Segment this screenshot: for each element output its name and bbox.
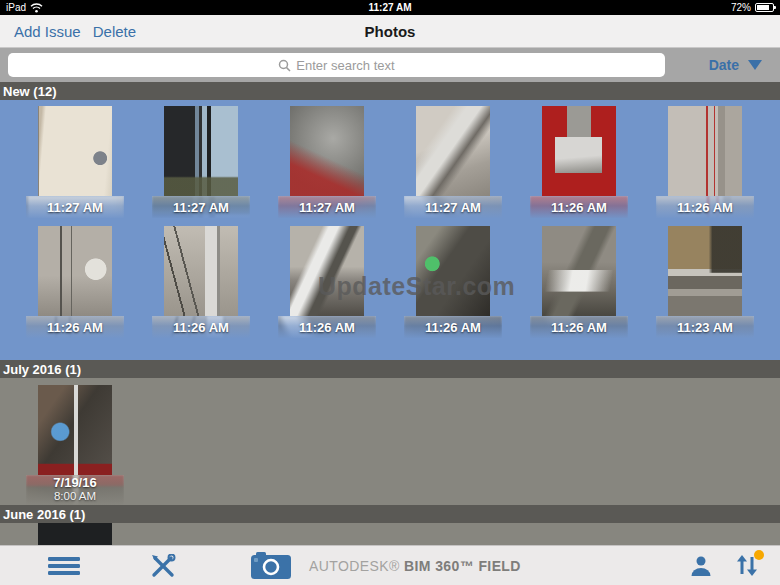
section-june-photos	[0, 523, 780, 545]
photo-time: 11:26 AM	[404, 316, 502, 338]
photo-reflection: 11:27 AM	[26, 196, 124, 218]
menu-button[interactable]	[48, 556, 80, 576]
photo-cell: 11:26 AM	[164, 226, 238, 338]
photo-reflection: 11:27 AM	[404, 196, 502, 218]
search-icon	[278, 59, 291, 72]
photo-thumbnail[interactable]	[38, 226, 112, 316]
chevron-down-icon	[748, 60, 762, 70]
photo-time: 11:27 AM	[404, 196, 502, 218]
photo-time: 11:26 AM	[26, 316, 124, 338]
search-input[interactable]: Enter search text	[8, 53, 665, 77]
app-screen: iPad 11:27 AM 72% Photos Add Issue Delet…	[0, 0, 780, 585]
person-icon	[690, 555, 712, 577]
photo-thumbnail[interactable]	[542, 106, 616, 196]
photo-time: 11:26 AM	[152, 316, 250, 338]
status-time: 11:27 AM	[0, 2, 780, 13]
photo-reflection: 11:26 AM	[152, 316, 250, 338]
photo-row: 11:27 AM 11:27 AM 11:27 AM 11:27 AM	[0, 106, 780, 218]
camera-icon	[251, 552, 291, 579]
photo-cell: 11:26 AM	[416, 226, 490, 338]
photo-thumbnail[interactable]	[290, 106, 364, 196]
photo-time: 11:26 AM	[530, 316, 628, 338]
photo-time: 11:26 AM	[278, 316, 376, 338]
photo-time: 11:26 AM	[656, 196, 754, 218]
photo-reflection: 11:26 AM	[530, 196, 628, 218]
photo-reflection: 11:26 AM	[530, 316, 628, 338]
brand-text: AUTODESK® BIM 360™ FIELD	[309, 558, 521, 574]
photo-time: 11:23 AM	[656, 316, 754, 338]
camera-button[interactable]	[251, 552, 291, 579]
photo-thumbnail[interactable]	[38, 385, 112, 475]
sort-label: Date	[709, 57, 739, 73]
photo-thumbnail[interactable]	[416, 106, 490, 196]
photo-reflection: 11:27 AM	[152, 196, 250, 218]
photo-time: 11:26 AM	[530, 196, 628, 218]
photo-thumbnail[interactable]	[668, 226, 742, 316]
photo-thumbnail[interactable]	[164, 106, 238, 196]
photo-cell: 11:26 AM	[38, 226, 112, 338]
section-july-photos: 7/19/16 8:00 AM	[0, 378, 780, 505]
photo-cell: 7/19/16 8:00 AM	[38, 385, 112, 505]
search-placeholder: Enter search text	[296, 58, 394, 73]
brand-autodesk: AUTODESK®	[309, 558, 400, 574]
photo-cell: 11:26 AM	[542, 106, 616, 218]
notification-dot	[754, 550, 764, 560]
photo-reflection: 11:26 AM	[656, 196, 754, 218]
section-new-photos: 11:27 AM 11:27 AM 11:27 AM 11:27 AM	[0, 100, 780, 360]
sort-control[interactable]: Date	[709, 57, 772, 73]
photo-time: 11:27 AM	[152, 196, 250, 218]
photo-thumbnail[interactable]	[668, 106, 742, 196]
photo-thumbnail[interactable]	[38, 523, 112, 545]
photo-thumbnail[interactable]	[542, 226, 616, 316]
search-row: Enter search text Date	[0, 48, 780, 82]
photo-reflection: 11:26 AM	[26, 316, 124, 338]
navigation-bar: Photos Add Issue Delete	[0, 15, 780, 48]
photo-cell: 11:27 AM	[416, 106, 490, 218]
photo-cell: 11:27 AM	[164, 106, 238, 218]
photo-reflection: 11:26 AM	[278, 316, 376, 338]
section-header-july: July 2016 (1)	[0, 360, 780, 378]
photo-reflection: 11:26 AM	[404, 316, 502, 338]
section-header-june: June 2016 (1)	[0, 505, 780, 523]
photo-cell: 11:27 AM	[38, 106, 112, 218]
photo-reflection: 11:23 AM	[656, 316, 754, 338]
photo-cell: 11:23 AM	[668, 226, 742, 338]
section-header-new: New (12)	[0, 82, 780, 100]
user-button[interactable]	[690, 555, 712, 577]
photo-thumbnail[interactable]	[164, 226, 238, 316]
photo-cell: 11:27 AM	[290, 106, 364, 218]
photo-thumbnail[interactable]	[38, 106, 112, 196]
photo-time: 11:27 AM	[278, 196, 376, 218]
sync-button[interactable]	[736, 555, 758, 576]
photo-date: 7/19/16	[26, 475, 124, 490]
bottom-toolbar: AUTODESK® BIM 360™ FIELD	[0, 545, 780, 585]
photo-time: 8:00 AM	[26, 490, 124, 503]
photo-cell: 11:26 AM	[668, 106, 742, 218]
delete-button[interactable]: Delete	[93, 23, 136, 40]
issues-tools-button[interactable]	[150, 554, 176, 578]
add-issue-button[interactable]: Add Issue	[14, 23, 81, 40]
status-bar: iPad 11:27 AM 72%	[0, 0, 780, 15]
photo-thumbnail[interactable]	[290, 226, 364, 316]
photo-reflection: 11:27 AM	[278, 196, 376, 218]
photo-cell: 11:26 AM	[290, 226, 364, 338]
hamburger-icon	[48, 556, 80, 576]
hammer-wrench-icon	[150, 554, 176, 578]
brand-product: BIM 360™ FIELD	[404, 558, 521, 574]
photo-cell: 11:26 AM	[542, 226, 616, 338]
photo-time: 11:27 AM	[26, 196, 124, 218]
photo-thumbnail[interactable]	[416, 226, 490, 316]
photo-row: 11:26 AM 11:26 AM 11:26 AM 11:26 AM	[0, 226, 780, 338]
battery-icon	[755, 3, 774, 12]
photo-reflection: 7/19/16 8:00 AM	[26, 475, 124, 505]
